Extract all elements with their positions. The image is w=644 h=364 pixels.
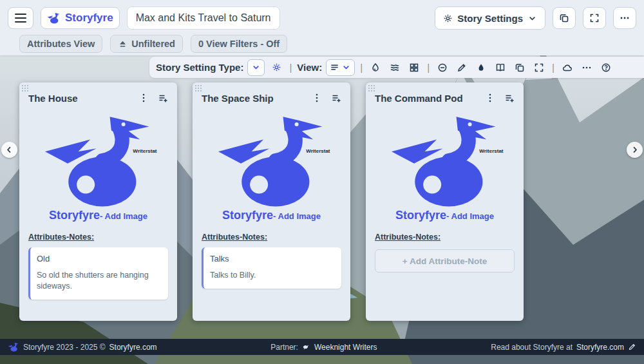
setting-shape-button[interactable] <box>269 60 284 75</box>
attributes-notes-label: Attributes-Notes: <box>28 233 168 242</box>
playlist-add-icon <box>504 93 515 103</box>
drag-handle-icon[interactable] <box>368 85 376 93</box>
help-icon <box>601 62 611 73</box>
storyfyre-dragon-logo <box>37 111 160 209</box>
card-image-placeholder: Writerstat <box>211 111 333 209</box>
footer-copyright: Storyfyre 2023 - 2025 © <box>23 343 106 352</box>
partner-name-link[interactable]: Weeknight Writers <box>314 343 377 352</box>
kebab-icon <box>138 93 149 103</box>
read-site-link[interactable]: Storyfyre.com <box>576 343 624 352</box>
list-icon <box>330 62 339 72</box>
fullscreen-icon <box>589 13 600 23</box>
hide-toggle-button[interactable] <box>435 60 450 75</box>
carousel-prev-button[interactable] <box>1 142 17 158</box>
setting-card-the-command-pod: The Command Pod Writerstat Storyfyre - A… <box>366 82 524 321</box>
chevron-right-icon <box>630 145 639 155</box>
setting-card-the-house: The House Writerstat Storyfyre - Add Ima… <box>19 82 177 321</box>
add-image-button[interactable]: Storyfyre - Add Image <box>366 209 524 222</box>
droplet-button[interactable] <box>473 60 489 75</box>
note-body: So old the shutters are hanging sideways… <box>37 270 162 292</box>
top-bar: Storyfyre Max and Kits Travel to Saturn … <box>0 0 644 55</box>
card-menu-button[interactable] <box>309 90 325 106</box>
more-horizontal-icon <box>620 13 630 23</box>
add-image-button[interactable]: Storyfyre - Add Image <box>19 209 177 222</box>
card-header: The Space Ship <box>193 82 350 106</box>
setting-card-the-space-ship: The Space Ship Writerstat Storyfyre - Ad… <box>193 82 350 321</box>
card-menu-button[interactable] <box>482 90 498 106</box>
pencil-icon <box>457 62 467 73</box>
chevron-left-icon <box>5 145 14 155</box>
duplicate-button[interactable] <box>553 7 576 29</box>
menu-button[interactable] <box>8 7 33 29</box>
story-setting-type-label: Story Setting Type: <box>156 62 243 73</box>
chevron-down-icon <box>341 62 351 72</box>
cloud-sync-button[interactable] <box>560 60 575 75</box>
pencil-icon[interactable] <box>628 343 636 351</box>
fullscreen-button[interactable] <box>583 7 606 29</box>
add-to-list-button[interactable] <box>502 90 517 106</box>
add-image-label: - Add Image <box>446 211 494 221</box>
story-setting-type-select[interactable] <box>247 59 265 76</box>
add-attribute-note-button[interactable]: + Add Attribute-Note <box>375 249 515 273</box>
watermark-text: Writerstat <box>133 148 156 154</box>
droplet-icon <box>476 62 486 73</box>
edit-button[interactable] <box>454 60 469 75</box>
header-row: Storyfyre Max and Kits Travel to Saturn … <box>0 0 644 30</box>
playlist-add-icon <box>331 93 341 103</box>
footer-site-link[interactable]: Storyfyre.com <box>109 343 157 352</box>
bird-icon <box>302 343 310 351</box>
filters-row: Attributes View Unfiltered 0 View Filter… <box>0 30 644 53</box>
expand-view-button[interactable] <box>531 60 547 75</box>
add-image-label: - Add Image <box>100 211 147 221</box>
kebab-icon <box>485 93 495 103</box>
card-title: The Space Ship <box>202 93 305 104</box>
toolbar-divider: | <box>426 62 431 73</box>
attributes-view-chip[interactable]: Attributes View <box>19 35 102 53</box>
card-title: The Command Pod <box>375 93 478 104</box>
card-title: The House <box>28 93 132 104</box>
footer-center: Partner: Weeknight Writers <box>157 343 491 352</box>
note-title: Old <box>37 254 162 263</box>
storyfyre-dragon-logo <box>384 111 506 209</box>
story-settings-button[interactable]: Story Settings <box>435 6 545 30</box>
drag-handle-icon[interactable] <box>22 85 30 93</box>
duplicate-view-button[interactable] <box>512 60 527 75</box>
unfiltered-label: Unfiltered <box>131 39 175 49</box>
flame-icon <box>370 62 381 73</box>
watermark-text: Writerstat <box>306 148 330 154</box>
view-filters-chip[interactable]: 0 View Filters - Off <box>191 35 287 53</box>
attribute-note[interactable]: Old So old the shutters are hanging side… <box>28 247 168 300</box>
grid-view-button[interactable] <box>406 60 422 75</box>
toolbar-more-button[interactable] <box>579 60 594 75</box>
add-image-button[interactable]: Storyfyre - Add Image <box>193 209 350 222</box>
story-settings-label: Story Settings <box>457 13 523 24</box>
storyfyre-logo-icon <box>47 12 61 24</box>
help-button[interactable] <box>598 60 614 75</box>
note-body: Talks to Billy. <box>210 270 335 281</box>
toolbar-divider: | <box>359 62 364 73</box>
view-label: View: <box>297 62 322 73</box>
more-options-button[interactable] <box>613 7 636 29</box>
add-to-list-button[interactable] <box>155 90 171 106</box>
note-title: Talks <box>210 254 335 263</box>
waves-view-button[interactable] <box>387 60 402 75</box>
logo-wordmark: Storyfyre <box>395 209 446 222</box>
card-image-placeholder: Writerstat <box>384 111 506 209</box>
view-select[interactable] <box>326 59 355 76</box>
add-to-list-button[interactable] <box>328 90 344 106</box>
footer-right: Read about Storyfyre at Storyfyre.com <box>491 343 636 352</box>
copy-icon <box>515 62 525 73</box>
storyfyre-dragon-logo <box>211 111 333 209</box>
attributes-notes-label: Attributes-Notes: <box>202 233 341 242</box>
reading-view-button[interactable] <box>493 60 508 75</box>
add-image-label: - Add Image <box>273 211 321 221</box>
carousel-next-button[interactable] <box>627 142 643 158</box>
card-menu-button[interactable] <box>136 90 151 106</box>
flame-view-button[interactable] <box>368 60 383 75</box>
unfiltered-chip[interactable]: Unfiltered <box>110 35 183 53</box>
hamburger-icon <box>15 14 26 23</box>
partner-label: Partner: <box>270 343 298 352</box>
attribute-note[interactable]: Talks Talks to Billy. <box>202 247 341 289</box>
brand-button[interactable]: Storyfyre <box>41 7 120 29</box>
drag-handle-icon[interactable] <box>195 85 203 93</box>
